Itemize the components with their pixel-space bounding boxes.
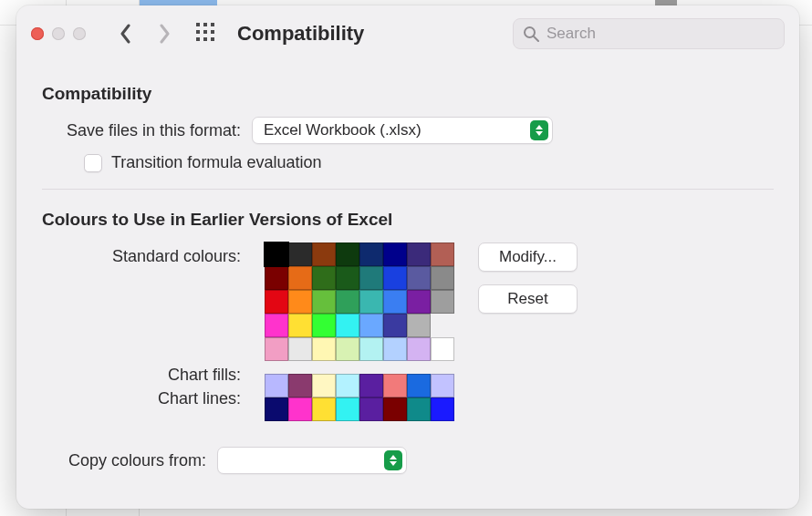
svg-rect-0 xyxy=(196,23,200,26)
close-window-button[interactable] xyxy=(31,27,44,40)
color-buttons-column: Modify... Reset xyxy=(478,243,578,314)
color-swatch[interactable] xyxy=(288,243,312,266)
separator xyxy=(42,189,774,190)
color-swatch[interactable] xyxy=(383,337,407,361)
color-swatch[interactable] xyxy=(288,397,312,421)
color-swatch[interactable] xyxy=(288,374,312,397)
color-swatch[interactable] xyxy=(265,397,288,421)
color-swatch[interactable] xyxy=(265,314,288,337)
color-swatch[interactable] xyxy=(336,290,359,314)
swatch-column xyxy=(265,243,454,421)
color-swatch[interactable] xyxy=(431,290,454,314)
copy-colors-select[interactable] xyxy=(217,447,407,474)
copy-colors-label: Copy colours from: xyxy=(42,451,206,470)
color-swatch[interactable] xyxy=(359,314,383,337)
svg-rect-2 xyxy=(211,23,214,26)
content-area: Compatibility Save files in this format:… xyxy=(16,62,799,474)
save-format-select[interactable]: Excel Workbook (.xlsx) xyxy=(252,117,553,144)
color-swatch[interactable] xyxy=(336,374,359,397)
svg-rect-1 xyxy=(203,23,207,26)
color-swatch[interactable] xyxy=(407,337,431,361)
color-swatch[interactable] xyxy=(288,314,312,337)
color-swatch[interactable] xyxy=(383,266,407,290)
svg-rect-4 xyxy=(203,30,207,34)
reset-button[interactable]: Reset xyxy=(478,284,578,314)
chart-fills-label: Chart fills: xyxy=(42,363,241,387)
color-swatch[interactable] xyxy=(336,266,359,290)
color-swatch[interactable] xyxy=(407,266,431,290)
color-swatch[interactable] xyxy=(265,290,288,314)
color-swatch[interactable] xyxy=(383,374,407,397)
svg-rect-7 xyxy=(203,37,207,41)
color-swatch[interactable] xyxy=(312,314,336,337)
color-swatch[interactable] xyxy=(359,337,383,361)
color-swatch[interactable] xyxy=(336,397,359,421)
color-swatch[interactable] xyxy=(265,374,288,397)
color-swatch[interactable] xyxy=(383,290,407,314)
color-swatch[interactable] xyxy=(288,266,312,290)
color-swatch[interactable] xyxy=(383,397,407,421)
color-swatch[interactable] xyxy=(312,337,336,361)
window-controls xyxy=(31,27,86,40)
transition-row: Transition formula evaluation xyxy=(42,153,774,172)
color-swatch[interactable] xyxy=(312,266,336,290)
chevron-right-icon xyxy=(158,24,171,44)
color-swatch[interactable] xyxy=(336,243,359,266)
color-swatch[interactable] xyxy=(359,397,383,421)
select-stepper-icon xyxy=(384,450,402,470)
color-swatch[interactable] xyxy=(431,337,454,361)
color-swatch[interactable] xyxy=(407,374,431,397)
color-swatch[interactable] xyxy=(431,397,454,421)
color-swatch[interactable] xyxy=(383,314,407,337)
chevron-left-icon xyxy=(120,24,132,44)
save-format-value: Excel Workbook (.xlsx) xyxy=(264,121,422,139)
color-swatch[interactable] xyxy=(407,290,431,314)
svg-rect-5 xyxy=(211,30,214,34)
modify-button[interactable]: Modify... xyxy=(478,243,578,272)
color-swatch[interactable] xyxy=(336,314,359,337)
svg-rect-3 xyxy=(196,30,200,34)
standard-swatch-grid xyxy=(265,243,454,361)
color-swatch[interactable] xyxy=(431,243,454,266)
show-all-prefs-button[interactable] xyxy=(195,22,215,46)
color-swatch[interactable] xyxy=(383,243,407,266)
forward-button[interactable] xyxy=(151,21,177,46)
transition-checkbox[interactable] xyxy=(84,154,102,172)
color-swatch[interactable] xyxy=(407,314,431,337)
color-swatch[interactable] xyxy=(312,290,336,314)
color-swatch[interactable] xyxy=(431,266,454,290)
color-swatch[interactable] xyxy=(359,374,383,397)
search-input[interactable] xyxy=(547,25,775,43)
grid-icon xyxy=(195,22,215,42)
color-swatch[interactable] xyxy=(265,243,288,266)
titlebar: Compatibility xyxy=(16,5,799,62)
color-swatch[interactable] xyxy=(265,337,288,361)
color-swatch[interactable] xyxy=(359,266,383,290)
section-compatibility-title: Compatibility xyxy=(42,84,774,104)
minimize-window-button[interactable] xyxy=(52,27,65,40)
color-swatch[interactable] xyxy=(431,374,454,397)
search-field[interactable] xyxy=(513,18,785,49)
search-icon xyxy=(523,26,539,42)
back-button[interactable] xyxy=(113,21,139,46)
color-swatch[interactable] xyxy=(312,374,336,397)
chart-lines-label: Chart lines: xyxy=(42,387,241,410)
preferences-dialog: Compatibility Compatibility Save files i… xyxy=(16,5,799,509)
copy-colors-row: Copy colours from: xyxy=(42,447,774,474)
zoom-window-button[interactable] xyxy=(73,27,86,40)
color-swatch[interactable] xyxy=(359,290,383,314)
svg-rect-6 xyxy=(196,37,200,41)
color-swatch[interactable] xyxy=(312,397,336,421)
color-swatch[interactable] xyxy=(336,337,359,361)
color-swatch[interactable] xyxy=(407,397,431,421)
transition-label: Transition formula evaluation xyxy=(111,153,321,172)
color-labels-column: Standard colours: Chart fills: Chart lin… xyxy=(42,243,241,410)
color-swatch[interactable] xyxy=(407,243,431,266)
color-swatch[interactable] xyxy=(312,243,336,266)
color-swatch[interactable] xyxy=(288,337,312,361)
svg-rect-8 xyxy=(211,37,214,41)
color-swatch[interactable] xyxy=(359,243,383,266)
standard-colors-label: Standard colours: xyxy=(42,244,241,268)
color-swatch[interactable] xyxy=(265,266,288,290)
color-swatch[interactable] xyxy=(288,290,312,314)
